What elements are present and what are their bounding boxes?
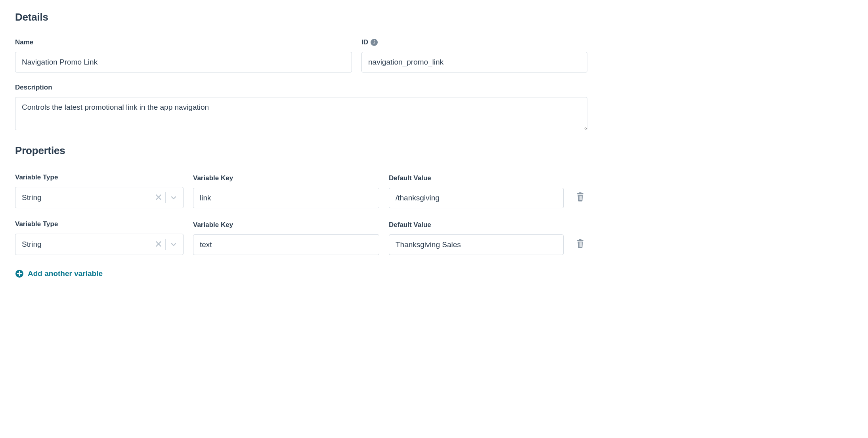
property-row: Variable Type String Variable Key Defaul…	[15, 220, 587, 255]
variable-type-value: String	[22, 240, 152, 249]
svg-rect-7	[579, 242, 580, 247]
details-heading: Details	[15, 11, 587, 23]
add-variable-label: Add another variable	[28, 269, 103, 278]
default-value-input[interactable]	[389, 188, 564, 208]
close-icon[interactable]	[152, 240, 165, 249]
svg-rect-9	[581, 242, 582, 247]
info-icon[interactable]: i	[371, 39, 378, 46]
trash-icon	[576, 239, 585, 250]
svg-rect-2	[579, 196, 580, 200]
chevron-down-icon[interactable]	[166, 194, 179, 201]
variable-type-label: Variable Type	[15, 220, 184, 228]
trash-icon	[576, 192, 585, 203]
id-input[interactable]	[361, 52, 587, 72]
variable-key-label: Variable Key	[193, 174, 379, 182]
variable-type-value: String	[22, 193, 152, 202]
description-input[interactable]	[15, 97, 587, 130]
variable-key-input[interactable]	[193, 234, 379, 255]
svg-rect-5	[577, 240, 583, 241]
variable-key-label: Variable Key	[193, 221, 379, 229]
svg-rect-3	[580, 196, 581, 200]
svg-rect-0	[577, 193, 583, 194]
plus-circle-icon	[15, 269, 24, 278]
svg-rect-8	[580, 242, 581, 247]
delete-row-button[interactable]	[573, 234, 587, 255]
svg-rect-4	[581, 196, 582, 200]
description-label: Description	[15, 84, 587, 91]
close-icon[interactable]	[152, 194, 165, 202]
variable-key-input[interactable]	[193, 188, 379, 208]
properties-heading: Properties	[15, 145, 587, 157]
name-input[interactable]	[15, 52, 352, 72]
default-value-label: Default Value	[389, 221, 564, 229]
svg-rect-6	[579, 239, 581, 240]
svg-rect-1	[579, 192, 581, 194]
add-variable-button[interactable]: Add another variable	[15, 269, 103, 278]
variable-type-select[interactable]: String	[15, 187, 184, 208]
property-row: Variable Type String Variable Key Defaul…	[15, 173, 587, 208]
variable-type-label: Variable Type	[15, 173, 184, 181]
default-value-input[interactable]	[389, 234, 564, 255]
name-label: Name	[15, 38, 352, 46]
id-label: ID	[361, 38, 368, 46]
chevron-down-icon[interactable]	[166, 241, 179, 248]
delete-row-button[interactable]	[573, 187, 587, 208]
default-value-label: Default Value	[389, 174, 564, 182]
variable-type-select[interactable]: String	[15, 234, 184, 255]
